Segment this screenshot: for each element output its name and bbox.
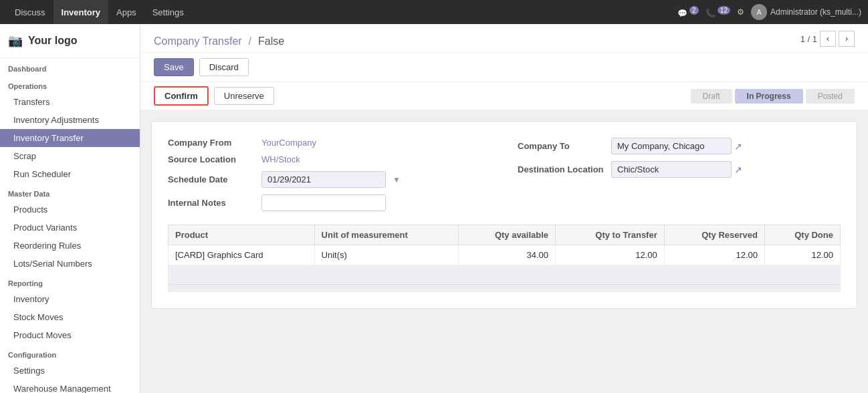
source-location-row: Source Location WH/Stock bbox=[168, 154, 491, 164]
gear-icon[interactable]: ⚙ bbox=[737, 7, 744, 17]
cell-qty-done[interactable]: 12.00 bbox=[764, 245, 840, 265]
unreserve-button[interactable]: Unreserve bbox=[214, 87, 274, 105]
pagination-prev[interactable]: ‹ bbox=[820, 31, 836, 47]
sidebar-item-product-moves[interactable]: Product Moves bbox=[0, 326, 140, 344]
chat-icon[interactable]: 💬 2 bbox=[677, 7, 699, 18]
company-from-label: Company From bbox=[168, 138, 255, 148]
company-to-row: Company To My Company, Chicago ↗ bbox=[518, 138, 841, 154]
table-scrollbar[interactable] bbox=[168, 284, 841, 292]
col-product: Product bbox=[169, 225, 315, 245]
internal-notes-label: Internal Notes bbox=[168, 198, 255, 208]
sidebar-item-warehouse-management[interactable]: Warehouse Management bbox=[0, 380, 140, 393]
nav-discuss[interactable]: Discuss bbox=[7, 0, 53, 24]
content-area: Company Transfer / False 1 / 1 ‹ › Save … bbox=[140, 24, 868, 393]
col-qty-done: Qty Done bbox=[764, 225, 840, 245]
sidebar-item-product-variants[interactable]: Product Variants bbox=[0, 219, 140, 237]
sidebar-item-inventory[interactable]: Inventory bbox=[0, 290, 140, 308]
internal-notes-input[interactable] bbox=[261, 194, 386, 211]
save-discard-toolbar: Save Discard bbox=[140, 53, 868, 82]
breadcrumb-current: False bbox=[258, 35, 284, 47]
main-layout: 📷 Your logo Dashboard Operations Transfe… bbox=[0, 24, 868, 393]
section-label-master-data: Master Data bbox=[0, 183, 140, 201]
col-unit: Unit of measurement bbox=[314, 225, 458, 245]
form-grid: Company From YourCompany Source Location… bbox=[168, 138, 841, 211]
status-posted: Posted bbox=[806, 89, 855, 104]
source-location-label: Source Location bbox=[168, 154, 255, 164]
section-label-operations: Operations bbox=[0, 76, 140, 93]
section-label-configuration: Configuration bbox=[0, 344, 140, 362]
source-location-value[interactable]: WH/Stock bbox=[261, 154, 300, 164]
avatar: A bbox=[751, 4, 767, 20]
nav-settings[interactable]: Settings bbox=[144, 0, 192, 24]
schedule-date-row: Schedule Date ▼ bbox=[168, 171, 491, 188]
user-name: Administrator (ks_multi...) bbox=[770, 7, 861, 17]
breadcrumb-separator: / bbox=[249, 35, 251, 47]
form-left-column: Company From YourCompany Source Location… bbox=[168, 138, 491, 211]
action-toolbar: Confirm Unreserve Draft In Progress Post… bbox=[140, 82, 868, 110]
logo-area: 📷 Your logo bbox=[0, 24, 140, 58]
cell-qty-transfer[interactable]: 12.00 bbox=[556, 245, 665, 265]
destination-location-select[interactable]: Chic/Stock bbox=[611, 161, 732, 178]
product-table: Product Unit of measurement Qty availabl… bbox=[168, 225, 841, 265]
logo-text: Your logo bbox=[28, 35, 77, 47]
company-to-label: Company To bbox=[518, 141, 605, 151]
table-footer-row bbox=[168, 265, 841, 284]
cell-qty-available: 34.00 bbox=[459, 245, 556, 265]
internal-notes-row: Internal Notes bbox=[168, 194, 491, 211]
company-to-ext-link-icon[interactable]: ↗ bbox=[734, 141, 742, 152]
schedule-date-input[interactable] bbox=[261, 171, 386, 188]
col-qty-available: Qty available bbox=[459, 225, 556, 245]
breadcrumb: Company Transfer / False bbox=[154, 35, 284, 47]
user-avatar-button[interactable]: A Administrator (ks_multi...) bbox=[751, 4, 861, 20]
cell-product[interactable]: [CARD] Graphics Card bbox=[169, 245, 315, 265]
schedule-date-label: Schedule Date bbox=[168, 174, 255, 184]
cell-qty-reserved: 12.00 bbox=[664, 245, 764, 265]
sidebar-item-settings[interactable]: Settings bbox=[0, 362, 140, 380]
form-right-column: Company To My Company, Chicago ↗ Destina… bbox=[518, 138, 841, 211]
destination-location-ext-link-icon[interactable]: ↗ bbox=[734, 164, 742, 175]
calendar-icon[interactable]: ▼ bbox=[393, 175, 401, 184]
table-row: [CARD] Graphics Card Unit(s) 34.00 12.00… bbox=[169, 245, 841, 265]
company-to-select-wrapper: My Company, Chicago ↗ bbox=[611, 138, 742, 154]
nav-apps[interactable]: Apps bbox=[108, 0, 144, 24]
sidebar-item-products[interactable]: Products bbox=[0, 201, 140, 219]
nav-inventory[interactable]: Inventory bbox=[53, 0, 109, 24]
destination-location-label: Destination Location bbox=[518, 164, 605, 174]
col-qty-transfer: Qty to Transfer bbox=[556, 225, 665, 245]
save-button[interactable]: Save bbox=[154, 58, 194, 76]
sidebar-item-transfers[interactable]: Transfers bbox=[0, 93, 140, 111]
status-in-progress: In Progress bbox=[735, 89, 803, 104]
company-from-value[interactable]: YourCompany bbox=[261, 138, 316, 148]
confirm-button[interactable]: Confirm bbox=[154, 86, 209, 106]
form-area: Company From YourCompany Source Location… bbox=[151, 121, 857, 309]
col-qty-reserved: Qty Reserved bbox=[664, 225, 764, 245]
sidebar: 📷 Your logo Dashboard Operations Transfe… bbox=[0, 24, 140, 393]
destination-location-row: Destination Location Chic/Stock ↗ bbox=[518, 161, 841, 178]
sidebar-item-stock-moves[interactable]: Stock Moves bbox=[0, 308, 140, 326]
cell-unit: Unit(s) bbox=[314, 245, 458, 265]
status-draft: Draft bbox=[691, 89, 732, 104]
phone-icon[interactable]: 📞 12 bbox=[706, 7, 730, 18]
status-steps: Draft In Progress Posted bbox=[691, 89, 855, 104]
company-from-row: Company From YourCompany bbox=[168, 138, 491, 148]
discard-button[interactable]: Discard bbox=[199, 58, 249, 76]
section-label-reporting: Reporting bbox=[0, 273, 140, 290]
sidebar-item-scrap[interactable]: Scrap bbox=[0, 147, 140, 165]
pagination-info: 1 / 1 bbox=[800, 34, 817, 44]
sidebar-item-inventory-transfer[interactable]: Inventory Transfer bbox=[0, 129, 140, 147]
company-to-select[interactable]: My Company, Chicago bbox=[611, 138, 732, 154]
logo-icon: 📷 bbox=[8, 33, 23, 48]
destination-location-select-wrapper: Chic/Stock ↗ bbox=[611, 161, 742, 178]
top-navigation: Discuss Inventory Apps Settings 💬 2 📞 12… bbox=[0, 0, 868, 24]
breadcrumb-parent[interactable]: Company Transfer bbox=[154, 35, 242, 47]
pagination: 1 / 1 ‹ › bbox=[800, 31, 855, 52]
nav-right-section: 💬 2 📞 12 ⚙ A Administrator (ks_multi...) bbox=[677, 4, 861, 20]
sidebar-item-reordering-rules[interactable]: Reordering Rules bbox=[0, 237, 140, 255]
sidebar-item-run-scheduler[interactable]: Run Scheduler bbox=[0, 165, 140, 183]
sidebar-item-lots-serial[interactable]: Lots/Serial Numbers bbox=[0, 255, 140, 273]
section-label-dashboard: Dashboard bbox=[0, 58, 140, 76]
sidebar-item-inventory-adjustments[interactable]: Inventory Adjustments bbox=[0, 111, 140, 129]
pagination-next[interactable]: › bbox=[839, 31, 855, 47]
